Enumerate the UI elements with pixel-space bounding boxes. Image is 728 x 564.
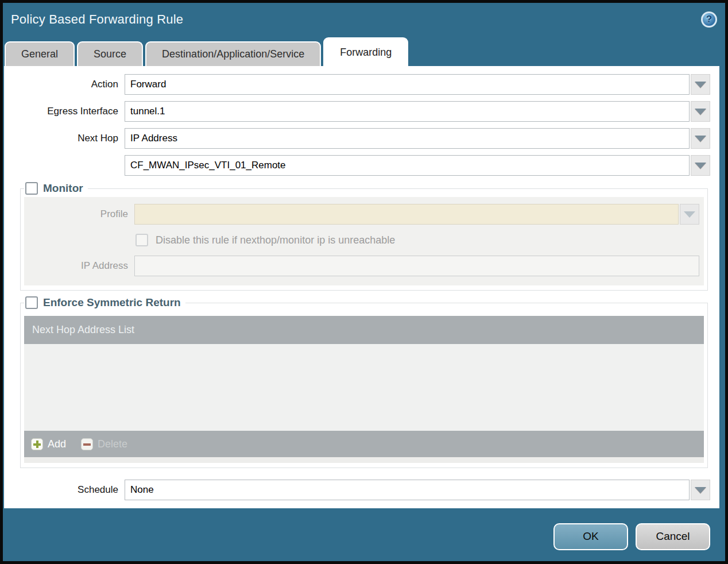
next-hop-address-list-header: Next Hop Address List [24, 316, 704, 344]
chevron-down-icon [695, 82, 706, 88]
profile-dropdown-button [680, 204, 699, 225]
next-hop-dropdown-button[interactable] [691, 128, 710, 149]
monitor-legend-label: Monitor [43, 182, 83, 195]
chevron-down-icon [684, 211, 695, 218]
next-hop-address-dropdown-button[interactable] [691, 155, 710, 176]
monitor-fieldset: Monitor Profile Disable this rule if nex… [20, 182, 708, 291]
next-hop-address-input[interactable] [125, 155, 690, 176]
schedule-input[interactable] [125, 480, 690, 500]
tab-bar: General Source Destination/Application/S… [3, 36, 725, 66]
monitor-ip-address-row: IP Address [24, 256, 699, 276]
disable-rule-label: Disable this rule if nexthop/monitor ip … [156, 234, 395, 246]
schedule-dropdown-button[interactable] [691, 480, 710, 500]
tab-forwarding[interactable]: Forwarding [323, 37, 408, 66]
monitor-ip-address-label: IP Address [24, 260, 134, 272]
action-input[interactable] [125, 74, 690, 95]
egress-interface-field-wrap [125, 101, 710, 122]
monitor-ip-address-input [134, 256, 699, 276]
profile-input [134, 204, 679, 225]
egress-interface-dropdown-button[interactable] [691, 101, 710, 122]
chevron-down-icon [695, 163, 706, 169]
action-row: Action [4, 74, 710, 95]
next-hop-label: Next Hop [4, 133, 125, 144]
egress-interface-input[interactable] [125, 101, 690, 122]
delete-button: Delete [81, 438, 127, 450]
action-field-wrap [125, 74, 710, 95]
monitor-legend: Monitor [24, 182, 88, 195]
chevron-down-icon [695, 487, 706, 493]
enforce-symmetric-return-legend-label: Enforce Symmetric Return [43, 296, 181, 309]
profile-row: Profile [24, 204, 699, 225]
action-dropdown-button[interactable] [691, 74, 710, 95]
next-hop-address-row [4, 155, 710, 176]
policy-based-forwarding-dialog: Policy Based Forwarding Rule ? General S… [0, 0, 728, 564]
profile-label: Profile [24, 208, 134, 220]
dialog-titlebar: Policy Based Forwarding Rule ? [3, 3, 725, 36]
schedule-field-wrap [125, 480, 710, 500]
enforce-symmetric-return-fieldset: Enforce Symmetric Return Next Hop Addres… [20, 296, 708, 468]
help-icon[interactable]: ? [701, 11, 717, 28]
chevron-down-icon [695, 136, 706, 142]
minus-icon [81, 438, 93, 450]
add-button[interactable]: Add [31, 438, 66, 450]
monitor-ip-address-field-wrap [134, 256, 699, 276]
cancel-button[interactable]: Cancel [636, 523, 710, 550]
tab-general[interactable]: General [5, 41, 75, 66]
monitor-panel: Profile Disable this rule if nexthop/mon… [24, 197, 704, 285]
schedule-row: Schedule [4, 480, 710, 500]
egress-interface-row: Egress Interface [4, 101, 710, 122]
enforce-symmetric-return-legend: Enforce Symmetric Return [24, 296, 185, 309]
disable-rule-checkbox [135, 234, 148, 246]
next-hop-field-wrap [125, 128, 710, 149]
profile-field-wrap [134, 204, 699, 225]
chevron-down-icon [695, 109, 706, 115]
ok-button[interactable]: OK [553, 523, 628, 550]
tab-destination-application-service[interactable]: Destination/Application/Service [145, 41, 321, 66]
next-hop-address-field-wrap [125, 155, 710, 176]
action-label: Action [4, 79, 125, 90]
tab-source[interactable]: Source [77, 41, 143, 66]
egress-interface-label: Egress Interface [4, 106, 125, 117]
add-button-label: Add [48, 438, 66, 450]
next-hop-address-list-toolbar: Add Delete [24, 431, 704, 457]
next-hop-row: Next Hop [4, 128, 710, 149]
dialog-title: Policy Based Forwarding Rule [11, 12, 183, 27]
disable-rule-row: Disable this rule if nexthop/monitor ip … [135, 234, 704, 246]
monitor-checkbox[interactable] [25, 182, 38, 195]
enforce-symmetric-return-checkbox[interactable] [25, 296, 38, 309]
table-bottom-strip [24, 457, 704, 463]
dialog-footer: OK Cancel [3, 508, 725, 561]
next-hop-address-list-table: Next Hop Address List Add Delete [24, 316, 704, 463]
delete-button-label: Delete [98, 438, 127, 450]
next-hop-type-input[interactable] [125, 128, 690, 149]
next-hop-address-list-body[interactable] [24, 344, 704, 431]
plus-icon [31, 438, 43, 450]
tab-content-forwarding: Action Egress Interface Next Hop [4, 66, 719, 508]
schedule-label: Schedule [4, 484, 125, 496]
